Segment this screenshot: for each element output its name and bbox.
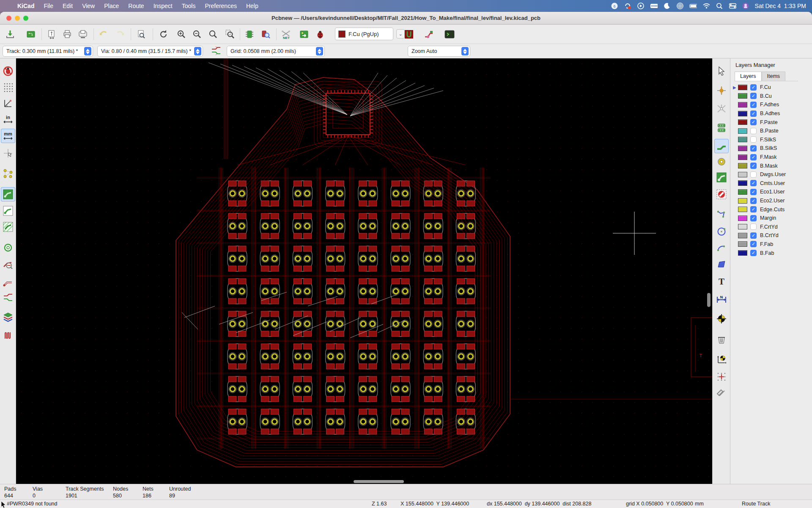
menu-view[interactable]: View xyxy=(77,3,99,9)
layer-visibility-checkbox[interactable]: ✓ xyxy=(750,119,757,125)
layer-selector-dropdown[interactable]: F.Cu (PgUp) xyxy=(335,28,393,40)
add-via-button[interactable] xyxy=(714,155,729,169)
layer-color-swatch[interactable] xyxy=(738,224,747,229)
layer-row-B.CrtYd[interactable]: ✓B.CrtYd xyxy=(730,231,812,240)
zoom-window-button[interactable] xyxy=(23,16,28,21)
layer-color-swatch[interactable] xyxy=(738,180,747,186)
layer-row-F.Paste[interactable]: ✓F.Paste xyxy=(730,118,812,127)
zoom-selection-button[interactable] xyxy=(223,27,237,41)
layer-visibility-checkbox[interactable]: ✓ xyxy=(750,232,757,239)
print-button[interactable] xyxy=(60,27,74,41)
zoom-level-stepper[interactable] xyxy=(461,47,469,55)
menu-route[interactable]: Route xyxy=(123,3,148,9)
add-keepout-button[interactable] xyxy=(714,187,729,202)
net-inspector-button[interactable]: NET xyxy=(279,27,294,41)
layer-color-swatch[interactable] xyxy=(738,172,747,177)
sketch-tracks-toggle[interactable] xyxy=(1,275,15,290)
plot-button[interactable] xyxy=(76,27,90,41)
layer-visibility-checkbox[interactable]: ✓ xyxy=(750,163,757,169)
tab-items[interactable]: Items xyxy=(762,72,786,81)
select-tool-button[interactable] xyxy=(714,64,729,78)
via-size-dropdown[interactable]: Via: 0.80 / 0.40 mm (31.5 / 15.7 mils) * xyxy=(97,46,203,57)
layer-row-B.Adhes[interactable]: ✓B.Adhes xyxy=(730,109,812,118)
layer-color-swatch[interactable] xyxy=(738,102,747,108)
layer-row-B.Fab[interactable]: ✓B.Fab xyxy=(730,248,812,257)
zoom-level-dropdown[interactable]: Zoom Auto xyxy=(408,46,470,57)
layer-visibility-checkbox[interactable] xyxy=(750,171,757,178)
polar-coordinates-toggle[interactable] xyxy=(1,96,15,110)
control-center-icon[interactable] xyxy=(729,2,736,10)
layer-visibility-checkbox[interactable]: ✓ xyxy=(750,250,757,256)
add-graphic-arc-button[interactable] xyxy=(714,241,729,256)
layer-visibility-checkbox[interactable]: ✓ xyxy=(750,154,757,160)
drill-origin-button[interactable] xyxy=(714,352,729,367)
close-window-button[interactable] xyxy=(6,16,11,21)
zoom-out-button[interactable] xyxy=(190,27,204,41)
grid-size-dropdown[interactable]: Grid: 0.0508 mm (2.00 mils) xyxy=(227,46,325,57)
layer-visibility-checkbox[interactable]: ✓ xyxy=(750,215,757,221)
via-size-stepper[interactable] xyxy=(194,47,201,55)
find-button[interactable] xyxy=(134,27,148,41)
layer-color-swatch[interactable] xyxy=(738,111,747,116)
layer-visibility-checkbox[interactable]: ✓ xyxy=(750,93,757,99)
track-width-stepper[interactable] xyxy=(84,47,91,55)
layer-row-B.Mask[interactable]: ✓B.Mask xyxy=(730,161,812,170)
menubar-clock[interactable]: Sat Dec 4 1:33 PM xyxy=(755,3,806,9)
layer-row-Cmts.User[interactable]: ✓Cmts.User xyxy=(730,179,812,188)
layer-visibility-checkbox[interactable] xyxy=(750,224,757,230)
add-graphic-circle-button[interactable] xyxy=(714,224,729,239)
menu-file[interactable]: File xyxy=(39,3,58,9)
layer-color-swatch[interactable] xyxy=(738,198,747,204)
grid-visibility-toggle[interactable] xyxy=(1,80,15,94)
menu-kicad[interactable]: KiCad xyxy=(13,3,39,9)
layer-row-F.CrtYd[interactable]: F.CrtYd xyxy=(730,223,812,232)
layer-visibility-checkbox[interactable] xyxy=(750,128,757,134)
window-titlebar[interactable]: Pcbnew — /Users/kevindunnell/Desktop/MIT… xyxy=(0,12,812,25)
vertical-scrollbar-thumb[interactable] xyxy=(707,293,710,307)
zoom-in-button[interactable] xyxy=(174,27,189,41)
layer-row-Dwgs.User[interactable]: Dwgs.User xyxy=(730,170,812,179)
layer-color-swatch[interactable] xyxy=(738,215,747,221)
menu-tools[interactable]: Tools xyxy=(177,3,200,9)
layer-row-Edge.Cuts[interactable]: ✓Edge.Cuts xyxy=(730,205,812,214)
layer-row-Eco2.User[interactable]: ✓Eco2.User xyxy=(730,196,812,205)
drc-button[interactable] xyxy=(313,27,327,41)
minimize-window-button[interactable] xyxy=(15,16,20,21)
cursor-shape-toggle[interactable] xyxy=(1,146,15,160)
layer-row-Margin[interactable]: ✓Margin xyxy=(730,214,812,223)
do-not-disturb-moon-icon[interactable] xyxy=(663,2,671,10)
layer-row-B.Cu[interactable]: ✓B.Cu xyxy=(730,92,812,101)
layer-color-swatch[interactable] xyxy=(738,233,747,238)
page-settings-button[interactable] xyxy=(44,27,59,41)
horizontal-scrollbar-thumb[interactable] xyxy=(354,480,404,483)
layer-color-swatch[interactable] xyxy=(738,137,747,142)
high-contrast-toggle[interactable] xyxy=(1,258,15,272)
layer-row-B.SilkS[interactable]: ✓B.SilkS xyxy=(730,144,812,153)
sync-alert-icon[interactable] xyxy=(624,2,631,10)
zones-outline-button[interactable] xyxy=(1,204,15,218)
layer-visibility-checkbox[interactable]: ✓ xyxy=(750,189,757,195)
pcb-canvas[interactable]: T xyxy=(16,58,712,484)
layer-color-swatch[interactable] xyxy=(738,128,747,134)
airdrop-icon[interactable] xyxy=(676,2,684,10)
layer-visibility-checkbox[interactable]: ✓ xyxy=(750,198,757,204)
measure-tool-button[interactable] xyxy=(714,386,729,400)
layer-color-swatch[interactable] xyxy=(738,189,747,195)
route-tracks-button[interactable] xyxy=(714,139,729,153)
layer-visibility-checkbox[interactable] xyxy=(750,136,757,143)
menu-edit[interactable]: Edit xyxy=(58,3,77,9)
cloud-status-icon[interactable]: 6 xyxy=(611,2,618,10)
layer-color-swatch[interactable] xyxy=(738,146,747,151)
menu-place[interactable]: Place xyxy=(99,3,123,9)
grid-origin-button[interactable] xyxy=(714,370,729,384)
layer-visibility-checkbox[interactable]: ✓ xyxy=(750,84,757,91)
drc-off-toggle[interactable] xyxy=(1,64,15,78)
layer-visibility-checkbox[interactable]: ✓ xyxy=(750,145,757,152)
scripting-console-button[interactable] xyxy=(442,27,457,41)
layer-stack-button[interactable] xyxy=(1,310,15,324)
menu-preferences[interactable]: Preferences xyxy=(200,3,241,9)
redo-button[interactable] xyxy=(113,27,127,41)
layer-row-B.Paste[interactable]: B.Paste xyxy=(730,127,812,135)
refresh-view-button[interactable] xyxy=(156,27,171,41)
units-mm-button[interactable]: mm xyxy=(1,129,15,143)
